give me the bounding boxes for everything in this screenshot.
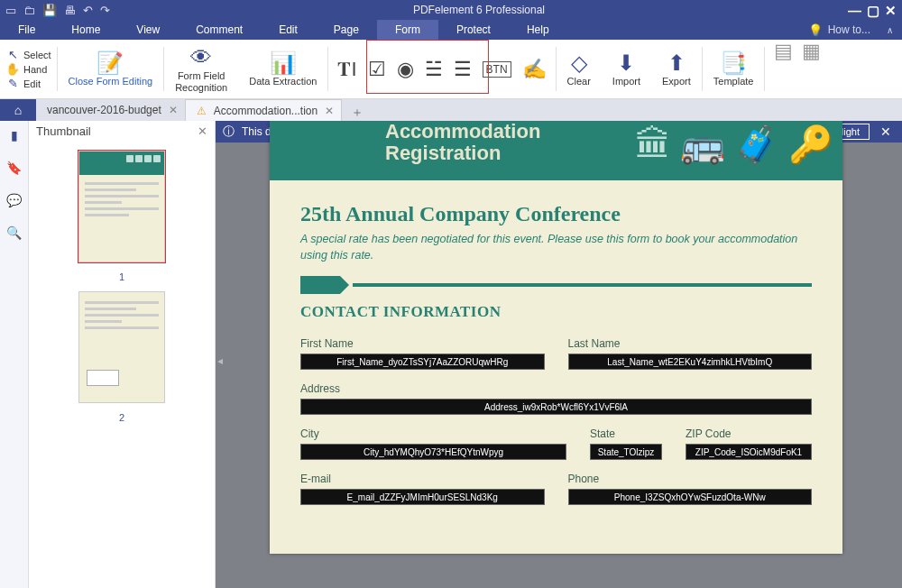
howto-input[interactable]: 💡 How to... bbox=[808, 23, 878, 37]
close-form-editing-button[interactable]: 📝 Close Form Editing bbox=[58, 40, 164, 98]
checkbox-field-icon[interactable]: ☑ bbox=[368, 58, 386, 81]
section-divider bbox=[300, 276, 812, 294]
last-name-field[interactable]: Last_Name_wtE2EKuY4zimhkLHVtbImQ bbox=[568, 354, 813, 370]
collapse-panel-icon[interactable]: ◂ bbox=[217, 354, 223, 367]
menu-comment[interactable]: Comment bbox=[178, 20, 261, 40]
building-icon: 🏛 bbox=[635, 126, 671, 162]
template-icon: 📑 bbox=[720, 51, 747, 76]
add-tab-button[interactable]: ＋ bbox=[342, 105, 373, 121]
phone-field[interactable]: Phone_I3ZSQxhOYwSFuzdOta-WNw bbox=[568, 489, 813, 505]
document-tabs: ⌂ vancouver-2016-budget ✕ ⚠ Accommodatio… bbox=[0, 99, 902, 121]
export-button[interactable]: ⬆ Export bbox=[651, 40, 702, 98]
howto-label: How to... bbox=[828, 23, 870, 36]
menu-help[interactable]: Help bbox=[509, 20, 567, 40]
tab-close-icon[interactable]: ✕ bbox=[325, 105, 334, 117]
thumbnail-page-1[interactable] bbox=[78, 151, 165, 262]
clear-button[interactable]: ◇ Clear bbox=[557, 40, 602, 98]
more-icon[interactable]: ▦ bbox=[802, 40, 821, 63]
form-edit-icon: 📝 bbox=[97, 51, 124, 76]
home-tab[interactable]: ⌂ bbox=[0, 99, 36, 121]
text-field-icon[interactable]: 𝐓I bbox=[337, 58, 356, 81]
notice-close-icon[interactable]: ✕ bbox=[877, 124, 895, 139]
thumbnail-page-2[interactable] bbox=[78, 291, 165, 403]
close-icon[interactable]: ✕ bbox=[885, 4, 897, 17]
document-view[interactable]: ⓘ This document contains interactive for… bbox=[216, 121, 902, 588]
save-icon[interactable]: 💾 bbox=[42, 4, 57, 17]
button-field-icon[interactable]: BTN bbox=[483, 61, 511, 78]
pdf-page: Accommodation Registration 🏛 🚌 🧳 🔑 25th … bbox=[270, 121, 842, 554]
doc-heading: 25th Annual Company Conference bbox=[300, 202, 812, 226]
window-controls: — ▢ ✕ bbox=[842, 4, 902, 17]
thumbnail-title: Thumbnail bbox=[36, 124, 91, 138]
align-icon[interactable]: ▤ bbox=[774, 40, 793, 63]
first-name-field[interactable]: First_Name_dyoZTsSYj7AaZZORUqwHRg bbox=[300, 354, 545, 370]
menu-page[interactable]: Page bbox=[316, 20, 377, 40]
menu-home[interactable]: Home bbox=[53, 20, 118, 40]
import-icon: ⬇ bbox=[617, 51, 635, 76]
bookmarks-icon[interactable]: 🔖 bbox=[6, 161, 22, 175]
doc-tab-2[interactable]: ⚠ Accommodation...tion ✕ bbox=[186, 99, 342, 121]
bulb-icon: 💡 bbox=[808, 23, 823, 37]
thumbnail-close-icon[interactable]: ✕ bbox=[198, 124, 207, 138]
menu-protect[interactable]: Protect bbox=[438, 20, 509, 40]
side-strip: ▮ 🔖 💬 🔍 bbox=[0, 121, 29, 588]
thumbnail-page-1-number: 1 bbox=[119, 271, 124, 282]
print-icon[interactable]: 🖶 bbox=[64, 4, 76, 17]
minimize-icon[interactable]: — bbox=[848, 4, 861, 17]
menu-file[interactable]: File bbox=[0, 20, 53, 40]
page-header-band: Accommodation Registration 🏛 🚌 🧳 🔑 bbox=[270, 121, 842, 180]
template-button[interactable]: 📑 Template bbox=[703, 40, 765, 98]
address-field[interactable]: Address_iw9xRob*Wcfl6Yx1VvF6lA bbox=[300, 399, 812, 415]
list-field-icon[interactable]: ☰ bbox=[454, 58, 472, 81]
quick-access-toolbar: ▭ 🗀 💾 🖶 ↶ ↷ bbox=[0, 4, 115, 17]
hand-icon: ✋ bbox=[5, 62, 20, 76]
doc-subheading: A special rate has been negotiated for t… bbox=[300, 232, 812, 263]
body: ▮ 🔖 💬 🔍 Thumbnail ✕ 1 2 ⓘ This docume bbox=[0, 121, 902, 588]
band-graphics: 🏛 🚌 🧳 🔑 bbox=[635, 126, 833, 162]
address-label: Address bbox=[300, 382, 812, 395]
search-icon[interactable]: 🔍 bbox=[6, 225, 22, 240]
state-field[interactable]: State_TOlzipz bbox=[590, 444, 662, 460]
phone-label: Phone bbox=[568, 473, 813, 485]
last-name-label: Last Name bbox=[568, 337, 813, 350]
combo-field-icon[interactable]: ☱ bbox=[425, 58, 443, 81]
thumbnail-list: 1 2 bbox=[29, 142, 215, 588]
redo-icon[interactable]: ↷ bbox=[100, 4, 110, 17]
recognition-icon: 👁 bbox=[190, 45, 212, 70]
menu-edit[interactable]: Edit bbox=[261, 20, 316, 40]
select-tools: ↖Select ✋Hand ✎Edit bbox=[0, 40, 57, 98]
select-tool[interactable]: ↖Select bbox=[5, 48, 51, 61]
tab-label: Accommodation...tion bbox=[214, 105, 318, 117]
tab-close-icon[interactable]: ✕ bbox=[169, 104, 178, 116]
menu-view[interactable]: View bbox=[118, 20, 178, 40]
key-icon: 🔑 bbox=[788, 126, 833, 162]
open-icon[interactable]: 🗀 bbox=[23, 4, 35, 17]
comments-icon[interactable]: 💬 bbox=[6, 193, 22, 207]
extraction-icon: 📊 bbox=[270, 51, 297, 76]
collapse-ribbon-icon[interactable]: ∧ bbox=[878, 25, 902, 35]
doc-tab-1[interactable]: vancouver-2016-budget ✕ bbox=[36, 99, 186, 121]
zip-label: ZIP Code bbox=[686, 427, 812, 440]
form-field-recognition-button[interactable]: 👁 Form Field Recognition bbox=[164, 40, 238, 98]
zip-field[interactable]: ZIP_Code_ISOicM9dFoK1 bbox=[686, 444, 812, 460]
import-button[interactable]: ⬇ Import bbox=[602, 40, 651, 98]
data-extraction-button[interactable]: 📊 Data Extraction bbox=[238, 40, 327, 98]
city-field[interactable]: City_hdYMQhyO73*HEfQYtnWpyg bbox=[300, 444, 566, 460]
city-label: City bbox=[300, 427, 566, 440]
menu-form[interactable]: Form bbox=[377, 20, 438, 40]
thumbnails-icon[interactable]: ▮ bbox=[11, 128, 18, 142]
thumbnail-panel: Thumbnail ✕ 1 2 bbox=[29, 121, 216, 588]
email-label: E-mail bbox=[300, 473, 545, 485]
hand-tool[interactable]: ✋Hand bbox=[5, 62, 51, 76]
undo-icon[interactable]: ↶ bbox=[83, 4, 93, 17]
signature-field-icon[interactable]: ✍ bbox=[522, 58, 547, 81]
new-doc-icon[interactable]: ▭ bbox=[5, 4, 16, 17]
info-icon: ⓘ bbox=[223, 124, 235, 140]
app-title: PDFelement 6 Professional bbox=[115, 4, 842, 16]
misc-group: ▤ ▦ bbox=[765, 40, 830, 98]
edit-tool[interactable]: ✎Edit bbox=[5, 77, 51, 90]
radio-field-icon[interactable]: ◉ bbox=[397, 58, 414, 81]
title-bar: ▭ 🗀 💾 🖶 ↶ ↷ PDFelement 6 Professional — … bbox=[0, 0, 902, 20]
email-field[interactable]: E_mail_dZZFyJMImH0urSESLNd3Kg bbox=[300, 489, 545, 505]
maximize-icon[interactable]: ▢ bbox=[867, 4, 879, 17]
